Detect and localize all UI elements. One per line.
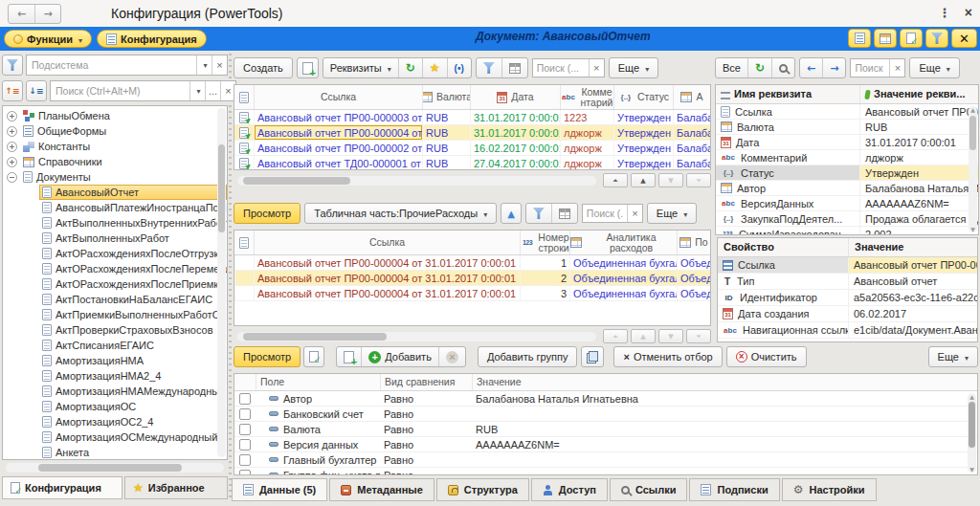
filter-view-button[interactable] <box>925 29 948 48</box>
bottom-tab[interactable]: Подписки <box>689 478 779 501</box>
tree-item[interactable]: АмортизацияНМА2_4 <box>3 368 227 384</box>
copy-button[interactable] <box>581 346 604 367</box>
scrollbar-thumb[interactable] <box>218 144 225 232</box>
filter-checkbox[interactable] <box>239 393 251 405</box>
column-line-number[interactable]: Номер строки <box>520 231 569 254</box>
sort-descending-button[interactable] <box>26 80 47 101</box>
column-link[interactable]: Ссылка <box>254 85 422 109</box>
bottom-tab[interactable]: Доступ <box>531 478 608 501</box>
tree-item[interactable]: АвансовыйПлатежИностранцаПоН <box>3 200 227 215</box>
filter-checkbox[interactable] <box>239 470 251 476</box>
tree-item[interactable]: АмортизацияНМА <box>3 353 227 368</box>
attribute-row[interactable]: Автор Балабанова Наталья Игна... <box>716 181 978 196</box>
tree-item[interactable]: Документы <box>3 169 227 185</box>
all-attributes-button[interactable]: Все <box>716 58 747 77</box>
attribute-row[interactable]: Валюта RUB <box>716 120 978 135</box>
subsystem-dropdown-caret[interactable] <box>196 55 212 75</box>
filter-row[interactable]: Автор Равно Балабанова Наталья Игнатьевн… <box>234 391 977 407</box>
more-button[interactable]: Еще <box>647 203 697 224</box>
functions-menu-button[interactable]: Функции <box>4 30 92 48</box>
tree-item[interactable]: Справочники <box>3 154 227 169</box>
tabular-row[interactable]: Авансовый отчет ПР00-000004 от 31.01.201… <box>234 255 710 271</box>
tree-expander-icon[interactable] <box>7 111 17 121</box>
document-row[interactable]: Авансовый отчет ТД00-000001 от ... RUB 2… <box>234 156 710 170</box>
tree-item[interactable]: АктОРасхожденияхПослеПеремещ <box>3 261 227 276</box>
go-first-button[interactable]: ⏶ <box>603 173 628 187</box>
scrollbar-thumb[interactable] <box>38 464 182 472</box>
more-button[interactable]: Еще <box>909 57 959 78</box>
add-group-button[interactable]: Добавить группу <box>478 346 578 367</box>
filter-vscrollbar[interactable]: ▲ ▼ <box>968 393 976 473</box>
filter-row[interactable]: Версия данных Равно AAAAAAAZ6NM= <box>234 437 977 452</box>
view-button[interactable]: Просмотр <box>234 203 301 224</box>
scrollbar-thumb[interactable] <box>243 333 387 341</box>
go-next-button[interactable]: ▼ <box>658 329 683 343</box>
window-close-icon[interactable] <box>965 5 972 20</box>
column-property[interactable]: Свойство <box>718 238 848 256</box>
tree-item[interactable]: АктОРасхожденияхПослеОтгрузки <box>3 246 227 261</box>
go-first-button[interactable]: ⏶ <box>603 329 628 343</box>
refresh-button[interactable] <box>398 58 422 77</box>
subsystem-input[interactable] <box>27 55 196 75</box>
column-status[interactable]: Статус <box>613 85 673 109</box>
document-row[interactable]: Авансовый отчет ПР00-000003 от ... RUB 3… <box>234 110 710 125</box>
tree-item[interactable]: АктПриемкиВыполненныхРаботОк <box>3 307 227 322</box>
column-link[interactable]: Ссылка <box>254 231 520 254</box>
tabular-hscrollbar[interactable] <box>237 332 596 341</box>
form-view-button[interactable] <box>848 29 871 48</box>
tree-item[interactable]: АктСписанияЕГАИС <box>3 338 227 353</box>
next-object-button[interactable] <box>822 58 845 77</box>
scrollbar-thumb[interactable] <box>243 177 350 185</box>
bottom-tab[interactable]: Метаданные <box>329 478 434 501</box>
sort-ascending-button[interactable] <box>2 80 23 101</box>
cancel-filter-button[interactable]: Отменить отбор <box>613 346 722 367</box>
new-condition-button[interactable] <box>337 347 361 366</box>
attribute-row[interactable]: Ссылка Авансовый отчет ПР00-00... <box>716 104 978 120</box>
tabular-part-selector[interactable]: Табличная часть:ПрочиеРасходы <box>304 203 497 224</box>
tree-expander-icon[interactable] <box>7 142 17 152</box>
inspect-button[interactable] <box>771 58 794 77</box>
tree-item[interactable]: ОбщиеФормы <box>3 123 227 139</box>
settings-grid-button[interactable] <box>501 58 527 77</box>
new-document-button[interactable] <box>297 57 319 78</box>
column-value[interactable]: Значение <box>472 374 977 390</box>
go-next-button[interactable]: ▼ <box>658 173 683 187</box>
attribute-row[interactable]: Статус Утвержден <box>716 165 978 181</box>
filter-checkbox[interactable] <box>239 454 251 466</box>
subsystem-clear-button[interactable]: × <box>212 55 227 75</box>
property-row[interactable]: Тип Авансовый отчет <box>718 274 977 290</box>
configuration-button[interactable]: Конфигурация <box>97 30 207 48</box>
column-attribute-value[interactable]: Значение рекви... <box>859 85 978 103</box>
document-row[interactable]: Авансовый отчет ПР00-000002 от ... RUB 1… <box>234 141 710 156</box>
tree-item[interactable]: АмортизацияОС2_4 <box>3 414 227 429</box>
attribute-row[interactable]: ЗакупкаПодДеятел... Продажа облагается Н… <box>716 211 978 227</box>
tree-expander-icon[interactable] <box>7 126 17 137</box>
go-last-button[interactable]: ⏷ <box>686 173 711 187</box>
sidebar-splitter[interactable] <box>229 54 232 499</box>
bottom-tab[interactable]: Настройки <box>782 478 877 501</box>
tree-search-more-button[interactable]: ... <box>205 81 220 100</box>
property-row[interactable]: Навигационная ссылка e1cib/data/Документ… <box>718 322 977 339</box>
tree-item[interactable]: АмортизацияНМАМеждународный <box>3 384 227 399</box>
go-last-button[interactable]: ⏷ <box>686 329 711 343</box>
tree-item[interactable]: АвансовыйОтчет <box>3 185 227 200</box>
column-comparison[interactable]: Вид сравнения <box>380 374 472 390</box>
attribute-row[interactable]: ВерсияДанных AAAAAAAZ6NM= <box>716 196 978 211</box>
column-currency[interactable]: Валюта <box>422 85 470 109</box>
tree-item[interactable]: АктВыполненныхРабот <box>3 231 227 246</box>
column-analytics[interactable]: Аналитика расходов <box>569 231 677 254</box>
filter-button[interactable] <box>477 58 501 77</box>
attribute-row[interactable]: Дата 31.01.2017 0:00:01 <box>716 135 978 150</box>
view-button[interactable]: Просмотр <box>234 346 301 367</box>
kebab-menu-icon[interactable] <box>939 6 951 20</box>
property-row[interactable]: Ссылка Авансовый отчет ПР00-000... <box>718 257 977 274</box>
tree-item[interactable]: ПланыОбмена <box>3 108 227 123</box>
tree-item[interactable]: АмортизацияОС <box>3 399 227 414</box>
tabular-search-input[interactable] <box>583 205 627 222</box>
property-row[interactable]: Идентификатор a5a20563-ec3c-11e6-a22c-b.… <box>718 290 977 306</box>
search-clear-icon[interactable] <box>889 59 904 77</box>
add-button[interactable]: Добавить <box>361 347 438 366</box>
bottom-tab[interactable]: Структура <box>436 478 529 501</box>
tree-search-input[interactable] <box>51 81 189 100</box>
table-view-button[interactable] <box>874 29 897 48</box>
